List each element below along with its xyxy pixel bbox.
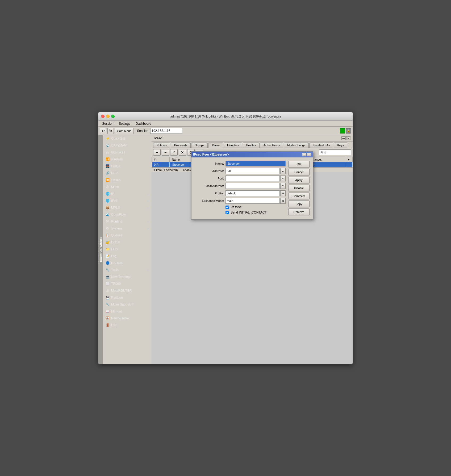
dialog-close-btn[interactable]: ✕ [307, 153, 311, 156]
menu-dashboard[interactable]: Dashboard [133, 121, 153, 126]
cancel-button[interactable]: Cancel [288, 169, 310, 176]
back-button[interactable]: ↩ [100, 128, 106, 134]
ok-button[interactable]: OK [288, 161, 310, 168]
name-input[interactable] [226, 161, 286, 166]
address-label: Address: [195, 169, 224, 173]
sidebar-item-new-terminal[interactable]: 💻 New Terminal [103, 273, 152, 280]
local-address-label: Local Address: [195, 184, 224, 187]
toolbar: ↩ ↻ Safe Mode Session: 🔒 [98, 127, 353, 135]
sidebar-item-partition[interactable]: 💾 Partition [103, 294, 152, 301]
content-area: IPsec — ✕ Policies Proposals Groups Peer… [152, 135, 353, 364]
ipv6-arrow: ▶ [147, 199, 149, 202]
dialog-title: IPsec Peer <l2tpserver> [193, 153, 229, 156]
address-input[interactable] [226, 168, 280, 174]
sidebar-item-ipv6[interactable]: 🌐 IPv6 ▶ [103, 197, 152, 204]
copy-button[interactable]: Copy [288, 201, 310, 207]
sidebar-item-metarouter[interactable]: 🖥 MetaROUTER [103, 287, 152, 294]
sidebar-label-routing: Routing [111, 220, 122, 223]
sidebar-item-interfaces[interactable]: 🖧 Interfaces [103, 149, 152, 156]
sidebar-item-manual[interactable]: 📖 Manual [103, 308, 152, 315]
sidebar-item-ppp[interactable]: 🔗 PPP [103, 170, 152, 177]
sidebar-item-ip[interactable]: 🌐 IP ▶ [103, 190, 152, 197]
maximize-button[interactable] [111, 115, 115, 118]
sidebar-item-log[interactable]: 📝 Log [103, 253, 152, 260]
exchange-mode-input[interactable] [226, 198, 280, 204]
sidebar-label-capsman: CAPsMAN [111, 144, 126, 147]
exchange-mode-dropdown-btn[interactable]: ⊞ [280, 198, 286, 204]
sidebar-item-routing[interactable]: 🗺 Routing ▶ [103, 218, 152, 225]
sidebar-label-tools: Tools [111, 268, 119, 272]
dialog-minimize-btn[interactable]: — [302, 153, 306, 156]
sidebar-item-openflow[interactable]: 🌊 OpenFlow [103, 211, 152, 218]
sidebar-item-tr069[interactable]: ⬜ TR069 [103, 280, 152, 287]
ipsec-window: IPsec — ✕ Policies Proposals Groups Peer… [152, 135, 353, 364]
lock-icon: 🔒 [346, 128, 351, 133]
sidebar-item-exit[interactable]: 🚪 Exit [103, 322, 152, 329]
sidebar-item-queues[interactable]: 📋 Queues [103, 232, 152, 239]
port-input[interactable] [226, 176, 280, 181]
sidebar-item-files[interactable]: 📁 Files [103, 246, 152, 253]
address-dropdown-btn[interactable]: ▲ [280, 168, 286, 174]
sidebar-label-exit: Exit [111, 323, 116, 327]
tr069-icon: ⬜ [105, 282, 110, 286]
port-row: Port: ▼ [195, 176, 286, 181]
profile-field-container: ⊞ [226, 190, 286, 196]
routing-icon: 🗺 [105, 219, 110, 224]
exchange-mode-field-container: ⊞ [226, 198, 286, 204]
sidebar-item-switch[interactable]: 🔀 Switch [103, 177, 152, 183]
sidebar-item-make-supout[interactable]: 🔧 Make Supout.rif [103, 301, 152, 308]
menu-bar: Session Settings Dashboard [98, 121, 353, 127]
minimize-button[interactable] [106, 115, 110, 118]
passive-checkbox[interactable] [226, 206, 229, 209]
send-initial-contact-checkbox[interactable] [226, 211, 229, 214]
sidebar-label-files: Files [111, 247, 118, 251]
dot1x-icon: 🔐 [105, 240, 110, 244]
disable-button[interactable]: Disable [288, 185, 310, 191]
sidebar-item-wireless[interactable]: 📶 wireless [103, 156, 152, 163]
sidebar-label-mesh: Mesh [111, 185, 119, 189]
session-input[interactable] [150, 128, 182, 134]
sidebar-item-radius[interactable]: 🔵 RADIUS [103, 260, 152, 266]
sidebar-label-radius: RADIUS [111, 261, 123, 265]
local-address-dropdown-btn[interactable]: ▼ [280, 183, 286, 189]
sidebar-item-tools[interactable]: 🔧 Tools ▶ [103, 266, 152, 273]
sidebar-label-queues: Queues [111, 233, 122, 237]
remove-button[interactable]: Remove [288, 208, 310, 215]
port-label: Port: [195, 177, 224, 180]
sidebar-label-tr069: TR069 [111, 282, 121, 286]
dialog-titlebar: IPsec Peer <l2tpserver> — ✕ [191, 152, 313, 157]
apply-button[interactable]: Apply [288, 177, 310, 183]
close-button[interactable] [101, 115, 105, 118]
sidebar-item-system[interactable]: ⚙ System ▶ [103, 225, 152, 232]
menu-settings[interactable]: Settings [117, 121, 132, 126]
safe-mode-button[interactable]: Safe Mode [115, 128, 134, 134]
comment-button[interactable]: Comment [288, 193, 310, 199]
local-address-input[interactable] [226, 183, 280, 189]
sidebar-item-capsman[interactable]: 📡 CAPsMAN [103, 142, 152, 149]
sidebar-item-mpls[interactable]: 📦 MPLS ▶ [103, 204, 152, 211]
sidebar-item-new-winbox[interactable]: 🪟 New WinBox [103, 315, 152, 322]
forward-button[interactable]: ↻ [107, 128, 114, 134]
profile-input[interactable] [226, 190, 280, 196]
profile-dropdown-btn[interactable]: ⊞ [280, 190, 286, 196]
sidebar-items: ⚡ Quick Set 📡 CAPsMAN 🖧 Interfaces 📶 wir… [103, 135, 152, 329]
bridge-icon: 🌉 [105, 164, 110, 168]
interfaces-icon: 🖧 [105, 150, 110, 155]
sidebar-item-mesh[interactable]: 🕸 Mesh [103, 183, 152, 190]
sidebar-label-openflow: OpenFlow [111, 213, 126, 216]
routing-arrow: ▶ [147, 220, 149, 223]
port-dropdown-btn[interactable]: ▼ [280, 176, 286, 181]
title-bar: admin@192.168.1.16 (MikroTik) - WinBox v… [98, 112, 353, 121]
main-window: admin@192.168.1.16 (MikroTik) - WinBox v… [98, 112, 353, 364]
name-row: Name: [195, 161, 286, 166]
ip-icon: 🌐 [105, 192, 110, 196]
sidebar-item-quick-set[interactable]: ⚡ Quick Set [103, 135, 152, 142]
metarouter-icon: 🖥 [105, 289, 110, 293]
passive-label: Passive [231, 205, 242, 209]
system-arrow: ▶ [147, 227, 149, 230]
menu-session[interactable]: Session [100, 121, 116, 126]
sidebar-item-dot1x[interactable]: 🔐 Dot1X [103, 239, 152, 246]
sidebar-item-bridge[interactable]: 🌉 Bridge [103, 163, 152, 170]
modal-overlay: IPsec Peer <l2tpserver> — ✕ Nam [152, 135, 353, 364]
openflow-icon: 🌊 [105, 212, 110, 217]
